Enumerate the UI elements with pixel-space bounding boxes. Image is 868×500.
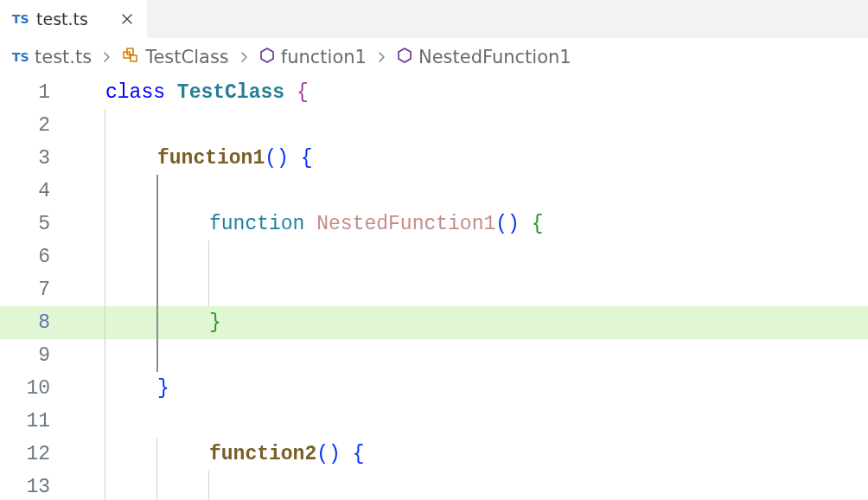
class-icon [121,46,140,69]
line-number: 12 [0,438,74,471]
code-line[interactable]: 12 function2() { [0,438,868,471]
line-number: 4 [0,175,74,208]
svg-marker-8 [399,48,411,62]
code-line[interactable]: 6 [0,240,868,273]
code-content: function1() { [157,142,312,175]
breadcrumb-class-label: TestClass [145,47,229,67]
code-line[interactable]: 11 [0,405,868,438]
line-number: 2 [0,109,74,142]
tab-bar: TS test.ts [0,0,868,38]
code-line[interactable]: 5 function NestedFunction1() { [0,208,868,240]
breadcrumb-nested-function[interactable]: NestedFunction1 [396,47,571,68]
chevron-right-icon [238,47,250,67]
code-line[interactable]: 10 } [0,372,868,405]
code-editor[interactable]: 1 class TestClass { 2 3 function1() { 4 … [0,76,868,500]
method-icon [396,47,413,68]
breadcrumb-file-label: test.ts [35,47,92,67]
typescript-icon: TS [12,48,29,66]
line-number: 1 [0,76,74,109]
breadcrumb-method[interactable]: function1 [258,47,367,68]
code-line-current[interactable]: 8 } [0,306,868,339]
line-number: 10 [0,372,74,405]
chevron-right-icon [375,47,387,67]
breadcrumb-nested-label: NestedFunction1 [418,47,571,67]
code-content: } [209,306,221,339]
code-content: function2() { [209,438,364,471]
line-number: 8 [0,306,74,339]
code-line[interactable]: 4 [0,175,868,208]
close-icon[interactable] [118,10,137,29]
svg-marker-7 [261,48,273,62]
code-line[interactable]: 2 [0,109,868,142]
breadcrumb: TS test.ts TestClass function1 NestedFun… [0,38,868,76]
line-number: 9 [0,339,74,372]
code-content: function NestedFunction1() { [209,208,544,240]
chevron-right-icon [100,47,112,67]
line-number: 7 [0,273,74,306]
breadcrumb-class[interactable]: TestClass [121,46,229,69]
svg-text:TS: TS [12,50,29,64]
typescript-icon: TS [12,10,29,28]
tab-label: test.ts [36,10,88,29]
code-line[interactable]: 3 function1() { [0,142,868,175]
line-number: 6 [0,240,74,273]
code-line[interactable]: 7 [0,273,868,306]
tab-test-ts[interactable]: TS test.ts [0,0,147,38]
breadcrumb-file[interactable]: TS test.ts [12,47,92,67]
code-line[interactable]: 1 class TestClass { [0,76,868,109]
line-number: 13 [0,471,74,500]
code-content: class TestClass { [105,76,309,109]
code-line[interactable]: 13 [0,471,868,500]
svg-text:TS: TS [12,12,29,26]
code-line[interactable]: 9 [0,339,868,372]
method-icon [258,47,276,68]
line-number: 5 [0,208,74,240]
code-content: } [157,372,169,405]
line-number: 3 [0,142,74,175]
line-number: 11 [0,405,74,438]
svg-rect-6 [131,55,137,61]
breadcrumb-method-label: function1 [281,47,367,67]
